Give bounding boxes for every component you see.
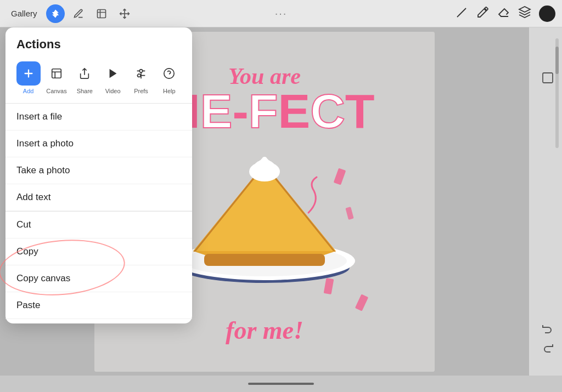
actions-icons-row: Add Canvas Share bbox=[5, 57, 192, 103]
prefs-icon bbox=[129, 61, 153, 86]
prefs-label: Prefs bbox=[134, 88, 148, 94]
action-video[interactable]: Video bbox=[99, 61, 127, 94]
toolbar-left: Gallery bbox=[7, 4, 134, 23]
gallery-button[interactable]: Gallery bbox=[7, 7, 42, 20]
svg-point-34 bbox=[164, 69, 174, 78]
layer-options-button[interactable] bbox=[541, 71, 554, 87]
menu-add-text[interactable]: Add text bbox=[5, 184, 192, 211]
selection-button[interactable] bbox=[92, 4, 111, 23]
scroll-thumb[interactable] bbox=[555, 47, 559, 74]
action-canvas[interactable]: Canvas bbox=[43, 61, 70, 94]
svg-line-3 bbox=[457, 16, 458, 17]
scroll-track bbox=[555, 38, 559, 148]
svg-rect-29 bbox=[543, 73, 553, 83]
menu-take-photo[interactable]: Take a photo bbox=[5, 157, 192, 184]
menu-copy[interactable]: Copy bbox=[5, 238, 192, 265]
canvas-label: Canvas bbox=[46, 88, 66, 94]
right-sidebar bbox=[529, 27, 562, 376]
action-prefs[interactable]: Prefs bbox=[127, 61, 155, 94]
svg-point-32 bbox=[139, 70, 143, 73]
svg-line-2 bbox=[458, 8, 466, 16]
svg-rect-20 bbox=[204, 254, 325, 266]
menu-insert-file[interactable]: Insert a file bbox=[5, 104, 192, 130]
share-label: Share bbox=[77, 88, 93, 94]
toolbar-center-dots: ··· bbox=[275, 7, 288, 20]
menu-cut[interactable]: Cut bbox=[5, 212, 192, 238]
adjust-button[interactable] bbox=[69, 4, 88, 23]
menu-copy-canvas[interactable]: Copy canvas bbox=[5, 265, 192, 292]
action-add[interactable]: Add bbox=[15, 61, 42, 94]
eraser-tool[interactable] bbox=[497, 5, 510, 22]
transform-button[interactable] bbox=[115, 4, 134, 23]
home-indicator bbox=[248, 383, 314, 385]
svg-rect-30 bbox=[52, 69, 61, 78]
top-toolbar: Gallery ··· bbox=[0, 0, 562, 27]
canvas-icon bbox=[44, 61, 69, 86]
help-icon bbox=[157, 61, 181, 86]
add-label: Add bbox=[23, 88, 34, 94]
user-avatar[interactable] bbox=[539, 5, 555, 22]
actions-panel: Actions Add Canvas bbox=[5, 27, 192, 323]
brush-tool[interactable] bbox=[476, 5, 490, 22]
toolbar-right bbox=[456, 5, 555, 22]
redo-button[interactable] bbox=[541, 341, 554, 356]
video-icon bbox=[101, 61, 125, 86]
menu-insert-photo[interactable]: Insert a photo bbox=[5, 130, 192, 157]
svg-marker-31 bbox=[109, 69, 116, 78]
add-icon bbox=[16, 61, 41, 86]
undo-button[interactable] bbox=[541, 322, 554, 337]
svg-point-33 bbox=[138, 74, 141, 77]
layers-tool[interactable] bbox=[518, 5, 531, 22]
video-label: Video bbox=[105, 88, 121, 94]
actions-title: Actions bbox=[5, 27, 192, 57]
action-share[interactable]: Share bbox=[71, 61, 98, 94]
svg-marker-5 bbox=[519, 7, 530, 12]
pencil-tool[interactable] bbox=[456, 5, 469, 22]
action-help[interactable]: Help bbox=[155, 61, 183, 94]
help-label: Help bbox=[163, 88, 176, 94]
svg-point-27 bbox=[262, 157, 267, 162]
bottom-bar bbox=[0, 376, 562, 392]
menu-paste[interactable]: Paste bbox=[5, 292, 192, 319]
share-icon bbox=[72, 61, 97, 86]
svg-text:for me!: for me! bbox=[226, 316, 304, 344]
actions-button[interactable] bbox=[46, 4, 65, 23]
